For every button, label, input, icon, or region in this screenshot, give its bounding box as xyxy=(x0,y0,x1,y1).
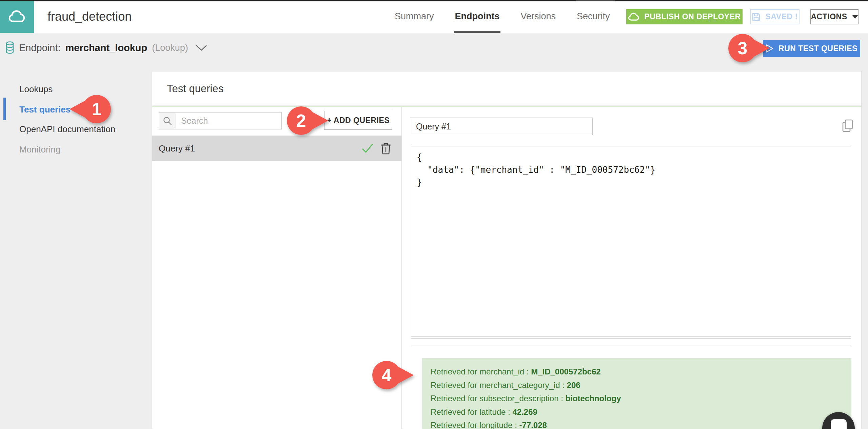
panel-divider xyxy=(152,105,861,107)
actions-button[interactable]: ACTIONS xyxy=(810,9,859,24)
app-logo[interactable] xyxy=(0,0,34,33)
query-name-input[interactable] xyxy=(410,118,593,135)
caret-down-icon xyxy=(852,15,858,19)
result-line: Retrieved for subsector_description : bi… xyxy=(431,392,851,405)
app-window: fraud_detection Summary Endpoints Versio… xyxy=(0,0,868,429)
play-icon xyxy=(766,44,774,53)
editor-horizontal-scrollbar[interactable] xyxy=(411,338,851,346)
publish-on-deployer-button[interactable]: PUBLISH ON DEPLOYER xyxy=(626,9,743,24)
endpoint-bar: Endpoint: merchant_lookup (Lookup) xyxy=(0,34,868,62)
search-icon-box xyxy=(159,112,176,129)
main-tabs: Summary Endpoints Versions Security xyxy=(395,0,610,33)
search-input[interactable] xyxy=(176,112,282,129)
test-queries-panel: Test queries + ADD QUERIES Query #1 xyxy=(152,71,862,429)
database-icon xyxy=(5,41,14,54)
result-line: Retrieved for merchant_category_id : 206 xyxy=(431,379,851,392)
cloud-icon xyxy=(8,10,26,23)
result-line: Retrieved for longitude : -77.028 xyxy=(431,418,851,429)
add-queries-button[interactable]: + ADD QUERIES xyxy=(324,111,392,130)
tab-security[interactable]: Security xyxy=(577,0,610,33)
result-line: Retrieved for latitude : 42.269 xyxy=(431,405,851,419)
top-bar: fraud_detection Summary Endpoints Versio… xyxy=(0,0,868,33)
column-divider xyxy=(401,107,402,429)
check-icon xyxy=(361,143,374,154)
annotation-marker-1: 1 xyxy=(82,95,111,123)
search-icon xyxy=(163,116,172,126)
copy-icon[interactable] xyxy=(841,119,854,133)
query-list-item[interactable]: Query #1 xyxy=(152,136,401,161)
tab-summary[interactable]: Summary xyxy=(395,0,434,33)
result-line: Retrieved for merchant_id : M_ID_000572b… xyxy=(431,365,851,379)
code-line: } xyxy=(417,176,851,189)
chat-bubble-icon xyxy=(831,419,847,429)
code-line: { xyxy=(417,151,851,164)
trash-icon[interactable] xyxy=(380,142,392,155)
endpoint-selector[interactable]: Endpoint: merchant_lookup (Lookup) xyxy=(5,34,207,62)
save-icon xyxy=(752,13,761,21)
query-item-label: Query #1 xyxy=(159,136,195,161)
sidebar-item-monitoring[interactable]: Monitoring xyxy=(19,144,60,155)
code-line: "data": {"merchant_id" : "M_ID_000572bc6… xyxy=(417,164,851,176)
panel-title: Test queries xyxy=(167,83,223,95)
cloud-icon xyxy=(628,13,639,21)
run-test-queries-button[interactable]: RUN TEST QUERIES xyxy=(763,40,860,57)
sidebar-active-indicator xyxy=(3,98,6,120)
project-title: fraud_detection xyxy=(47,0,132,33)
query-results-panel: Retrieved for merchant_id : M_ID_000572b… xyxy=(422,358,851,429)
sidebar-item-openapi-documentation[interactable]: OpenAPI documentation xyxy=(19,124,115,135)
chevron-down-icon[interactable] xyxy=(196,44,207,51)
sidebar-item-lookups[interactable]: Lookups xyxy=(19,84,53,95)
tab-endpoints[interactable]: Endpoints xyxy=(455,0,500,33)
query-json-editor[interactable]: { "data": {"merchant_id" : "M_ID_000572b… xyxy=(411,146,851,337)
tab-versions[interactable]: Versions xyxy=(521,0,556,33)
saved-button[interactable]: SAVED ! xyxy=(750,9,800,24)
sidebar-item-test-queries[interactable]: Test queries xyxy=(19,104,71,115)
top-edge-strip xyxy=(0,0,868,1)
